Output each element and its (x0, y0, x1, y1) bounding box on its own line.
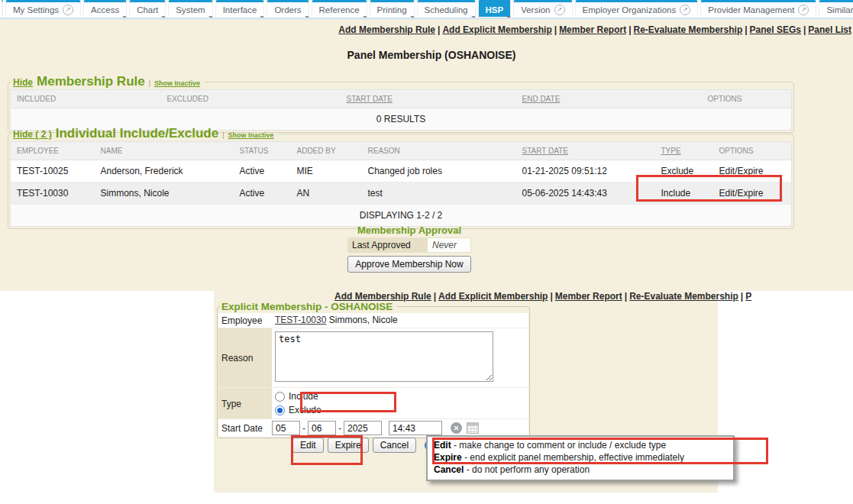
tab-employer-organizations[interactable]: Employer Organizations ↗ (575, 0, 699, 17)
separator: | (222, 131, 224, 139)
tab-label: Access (91, 5, 119, 15)
separator: | (622, 291, 629, 302)
tab-access[interactable]: Access (83, 0, 127, 17)
add-explicit-membership-link[interactable]: Add Explicit Membership (438, 291, 548, 302)
tooltip-line-edit: Edit - make change to comment or include… (434, 439, 727, 451)
tab-hsp-active[interactable]: HSP (478, 0, 512, 17)
panel-list-link[interactable]: Panel List (808, 24, 851, 35)
membership-approval-section: Membership Approval Last Approved Never … (347, 225, 477, 273)
tab-label: Interface (223, 5, 257, 15)
tab-label: My Settings (13, 5, 59, 15)
membership-rule-legend: Hide Membership Rule | Show Inactive (11, 74, 205, 89)
member-report-link[interactable]: Member Report (555, 291, 622, 302)
tab-printing[interactable]: Printing (370, 0, 415, 17)
cell-options-edit-expire[interactable]: Edit/Expire (713, 183, 792, 205)
cell-start-date: 05-06-2025 14:43:43 (516, 183, 655, 205)
col-header-options: OPTIONS (713, 142, 792, 160)
hide-membership-rule-link[interactable]: Hide (13, 77, 33, 88)
reason-label: Reason (218, 328, 272, 387)
table-row[interactable]: TEST-10025 Anderson, Frederick Active MI… (11, 160, 792, 183)
cell-reason: test (362, 183, 516, 205)
tab-version[interactable]: Version ↗ (513, 0, 572, 17)
start-date-month-input[interactable] (272, 421, 300, 435)
reason-textarea[interactable]: test (275, 331, 493, 382)
tab-label: System (176, 5, 205, 15)
tooltip-desc: - make change to comment or include / ex… (451, 440, 666, 451)
cell-type: Exclude (655, 160, 713, 183)
hide-individual-link[interactable]: Hide ( 2 ) (13, 129, 52, 140)
cell-name: Anderson, Frederick (95, 160, 234, 183)
radio-include-icon[interactable] (275, 392, 285, 402)
sort-start-date-link[interactable]: START DATE (522, 147, 568, 155)
col-header-status: STATUS (234, 142, 291, 160)
tab-scheduling[interactable]: Scheduling (417, 0, 476, 17)
paging-label: DISPLAYING 1-2 / 2 (11, 205, 792, 227)
tooltip-desc: - do not perform any operation (464, 464, 590, 475)
sort-end-date-link[interactable]: END DATE (522, 95, 561, 103)
start-date-year-input[interactable] (344, 421, 382, 435)
employee-id-link[interactable]: TEST-10030 (275, 315, 326, 325)
sort-type-link[interactable]: TYPE (661, 147, 681, 155)
panel-segs-link[interactable]: Panel SEGs (750, 24, 801, 35)
dialog-action-links: Add Membership Rule|Add Explicit Members… (334, 291, 751, 302)
external-link-icon: ↗ (680, 5, 690, 15)
membership-rule-section: Hide Membership Rule | Show Inactive INC… (8, 74, 794, 133)
show-inactive-link[interactable]: Show Inactive (228, 131, 274, 139)
type-option-exclude[interactable]: Exclude (275, 403, 525, 417)
date-separator: - (302, 423, 305, 434)
tooltip-term: Expire (434, 452, 462, 463)
separator: | (431, 291, 438, 302)
cell-options-edit-expire[interactable]: Edit/Expire (713, 160, 792, 183)
edit-button[interactable]: Edit (292, 438, 324, 453)
tab-orders[interactable]: Orders (267, 0, 309, 17)
add-explicit-membership-link[interactable]: Add Explicit Membership (442, 24, 551, 35)
add-membership-rule-link[interactable]: Add Membership Rule (338, 24, 435, 35)
cell-reason: Changed job roles (362, 160, 516, 183)
cancel-button[interactable]: Cancel (373, 438, 416, 453)
re-evaluate-membership-link[interactable]: Re-Evaluate Membership (634, 24, 743, 35)
dialog-buttons: Edit Expire Cancel ? (292, 438, 436, 453)
re-evaluate-membership-link[interactable]: Re-Evaluate Membership (629, 291, 738, 302)
separator: | (626, 24, 633, 35)
show-inactive-link[interactable]: Show Inactive (154, 79, 200, 87)
tab-system[interactable]: System (168, 0, 212, 17)
radio-exclude-label: Exclude (289, 405, 321, 415)
table-row-selected[interactable]: TEST-10030 Simmons, Nicole Active AN tes… (11, 183, 792, 205)
member-report-link[interactable]: Member Report (559, 24, 626, 35)
tab-similar-exposure-groups[interactable]: Similar Exposure Groups (SEGs) ↗ (819, 0, 853, 17)
tab-provider-management[interactable]: Provider Management ↗ (700, 0, 816, 17)
membership-rule-table: INCLUDED EXCLUDED START DATE END DATE OP… (10, 89, 792, 131)
tab-label: Reference (319, 5, 360, 15)
separator: | (801, 24, 808, 35)
add-membership-rule-link[interactable]: Add Membership Rule (334, 291, 431, 302)
tooltip-term: Edit (434, 440, 451, 451)
expire-button[interactable]: Expire (328, 438, 369, 453)
individual-table: EMPLOYEE NAME STATUS ADDED BY REASON STA… (10, 141, 792, 227)
tab-label: Provider Management (708, 5, 794, 15)
approve-membership-now-button[interactable]: Approve Membership Now (347, 256, 471, 273)
tab-my-settings[interactable]: My Settings ↗ (5, 0, 81, 17)
separator: | (435, 24, 442, 35)
calendar-icon[interactable] (467, 422, 479, 434)
sort-start-date-link[interactable]: START DATE (347, 95, 393, 103)
truncated-link[interactable]: P (745, 291, 751, 302)
tab-interface[interactable]: Interface (215, 0, 265, 17)
type-option-include[interactable]: Include (275, 389, 525, 403)
tab-reference[interactable]: Reference (312, 0, 367, 17)
start-date-label: Start Date (218, 419, 272, 437)
tab-chart[interactable]: Chart (129, 0, 166, 17)
tab-partial-left[interactable]: ↗ (2, 0, 3, 17)
col-header-excluded: EXCLUDED (161, 90, 341, 108)
cell-name: Simmons, Nicole (95, 183, 234, 205)
tab-label: HSP (486, 5, 504, 15)
cell-employee: TEST-10025 (11, 160, 95, 183)
reason-row: Reason test (218, 328, 528, 387)
clear-date-icon[interactable]: ✕ (451, 422, 462, 434)
separator: | (548, 291, 554, 302)
start-date-day-input[interactable] (308, 421, 336, 435)
start-time-input[interactable] (389, 421, 442, 435)
employee-label: Employee (218, 313, 272, 328)
individual-legend: Hide ( 2 ) Individual Include/Exclude | … (11, 126, 279, 141)
radio-exclude-icon-selected[interactable] (275, 405, 285, 415)
explicit-membership-form: Explicit Membership - OSHANOISE Employee… (217, 301, 530, 438)
